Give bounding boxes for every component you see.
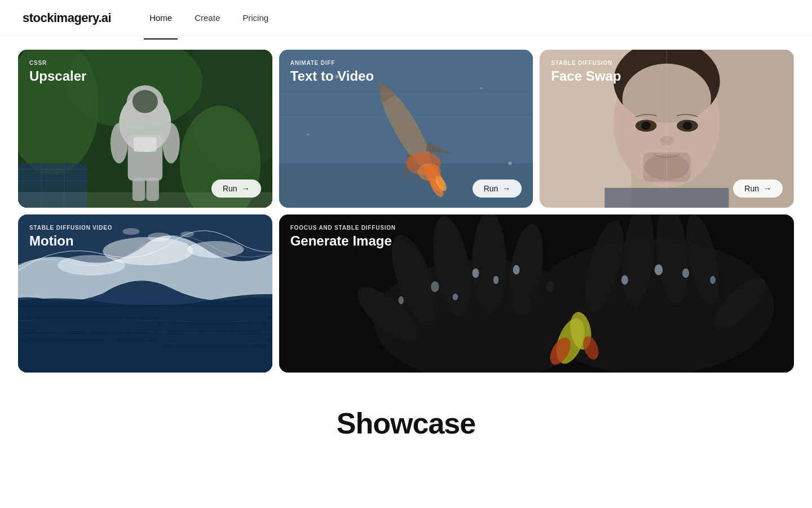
nav-home[interactable]: Home — [138, 8, 183, 27]
run-button-text-to-video[interactable]: Run → — [473, 179, 522, 198]
showcase-section: Showcase — [0, 406, 812, 463]
card-title-face-swap: Face Swap — [551, 68, 783, 85]
card-title-upscaler: Upscaler — [29, 68, 261, 85]
card-title-generate-image: Generate Image — [290, 233, 783, 249]
nav: Home Create Pricing — [138, 8, 280, 27]
card-tag-motion: STABLE DIFFUSION VIDEO — [29, 225, 261, 231]
card-tag-text-to-video: ANIMATE DIFF — [290, 60, 522, 66]
card-text-to-video[interactable]: ANIMATE DIFF Text to Video Run → — [279, 50, 533, 208]
logo: stockimagery.ai — [23, 11, 111, 25]
nav-create[interactable]: Create — [183, 8, 231, 27]
card-tag-face-swap: STABLE DIFFUSION — [551, 60, 783, 66]
card-content-motion: STABLE DIFFUSION VIDEO Motion — [18, 214, 272, 373]
run-button-face-swap[interactable]: Run → — [733, 179, 783, 198]
arrow-icon: → — [242, 184, 250, 193]
nav-pricing[interactable]: Pricing — [231, 8, 280, 27]
card-motion[interactable]: STABLE DIFFUSION VIDEO Motion — [18, 214, 272, 373]
card-generate-image[interactable]: FOOCUS AND STABLE DIFFUSION Generate Ima… — [279, 214, 794, 373]
card-grid: CSSR Upscaler Run → — [0, 36, 812, 373]
card-content-text-to-video: ANIMATE DIFF Text to Video Run → — [279, 50, 533, 208]
card-tag-upscaler: CSSR — [29, 60, 261, 66]
arrow-icon: → — [502, 184, 510, 193]
card-title-motion: Motion — [29, 233, 261, 249]
run-button-upscaler[interactable]: Run → — [211, 179, 261, 198]
card-face-swap[interactable]: STABLE DIFFUSION Face Swap Run → — [540, 50, 794, 208]
card-tag-generate-image: FOOCUS AND STABLE DIFFUSION — [290, 225, 783, 231]
showcase-title: Showcase — [0, 406, 812, 440]
header: stockimagery.ai Home Create Pricing — [0, 0, 812, 36]
card-content-face-swap: STABLE DIFFUSION Face Swap Run → — [540, 50, 794, 208]
card-content-generate-image: FOOCUS AND STABLE DIFFUSION Generate Ima… — [279, 214, 794, 373]
card-upscaler[interactable]: CSSR Upscaler Run → — [18, 50, 272, 208]
card-content-upscaler: CSSR Upscaler Run → — [18, 50, 272, 208]
arrow-icon: → — [764, 184, 771, 193]
card-title-text-to-video: Text to Video — [290, 68, 522, 85]
